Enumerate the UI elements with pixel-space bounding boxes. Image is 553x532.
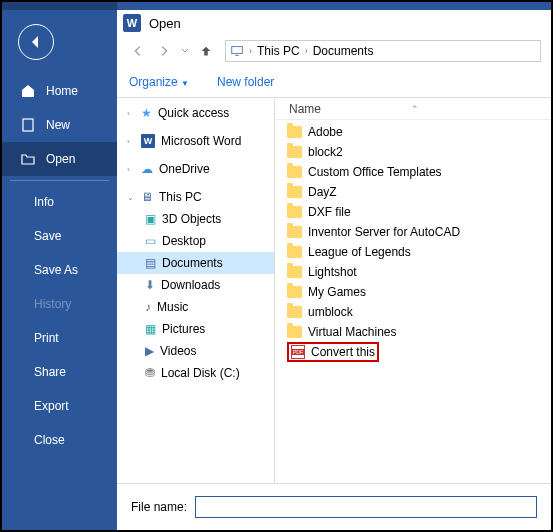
home-icon: [20, 83, 36, 99]
list-item[interactable]: Virtual Machines: [275, 322, 551, 342]
objects-icon: ▣: [145, 212, 156, 226]
folder-icon: [287, 266, 302, 278]
dialog-title: Open: [149, 16, 181, 31]
nav-forward-button[interactable]: [153, 40, 175, 62]
cloud-icon: ☁: [141, 162, 153, 176]
documents-icon: ▤: [145, 256, 156, 270]
folder-icon: [287, 306, 302, 318]
svg-rect-0: [23, 119, 33, 131]
open-folder-icon: [20, 151, 36, 167]
folder-icon: [287, 326, 302, 338]
arrow-left-icon: [131, 44, 145, 58]
organize-menu[interactable]: Organize ▼: [129, 75, 189, 89]
navigation-tree: ›★Quick access ›WMicrosoft Word ›☁OneDri…: [117, 98, 275, 483]
nav-export[interactable]: Export: [2, 389, 117, 423]
filename-label: File name:: [131, 500, 187, 514]
tree-ms-word[interactable]: ›WMicrosoft Word: [117, 130, 274, 152]
list-item[interactable]: DayZ: [275, 182, 551, 202]
breadcrumb-this-pc[interactable]: This PC: [257, 44, 300, 58]
tree-onedrive[interactable]: ›☁OneDrive: [117, 158, 274, 180]
arrow-up-icon: [199, 44, 213, 58]
list-item[interactable]: DXF file: [275, 202, 551, 222]
open-dialog: W Open › This PC › Documents Organize ▼ …: [117, 10, 551, 530]
nav-open[interactable]: Open: [2, 142, 117, 176]
music-icon: ♪: [145, 300, 151, 314]
word-backstage-sidebar: Home New Open Info Save Save As History …: [2, 10, 117, 532]
sort-indicator-icon: ⌃: [411, 104, 419, 114]
tree-quick-access[interactable]: ›★Quick access: [117, 102, 274, 124]
tree-pictures[interactable]: ▦Pictures: [117, 318, 274, 340]
tree-local-disk[interactable]: ⛃Local Disk (C:): [117, 362, 274, 384]
list-item[interactable]: umblock: [275, 302, 551, 322]
desktop-icon: ▭: [145, 234, 156, 248]
list-item[interactable]: Lightshot: [275, 262, 551, 282]
nav-new-label: New: [46, 118, 70, 132]
folder-icon: [287, 166, 302, 178]
folder-icon: [287, 206, 302, 218]
column-name[interactable]: Name: [289, 102, 321, 116]
tree-downloads[interactable]: ⬇Downloads: [117, 274, 274, 296]
nav-new[interactable]: New: [2, 108, 117, 142]
folder-icon: [287, 146, 302, 158]
nav-close[interactable]: Close: [2, 423, 117, 457]
column-header-row: Name ⌃: [275, 98, 551, 120]
videos-icon: ▶: [145, 344, 154, 358]
nav-up-button[interactable]: [195, 40, 217, 62]
list-item[interactable]: My Games: [275, 282, 551, 302]
new-folder-button[interactable]: New folder: [217, 75, 274, 89]
nav-save[interactable]: Save: [2, 219, 117, 253]
pc-icon: 🖥: [141, 190, 153, 204]
downloads-icon: ⬇: [145, 278, 155, 292]
list-item[interactable]: block2: [275, 142, 551, 162]
breadcrumb-documents[interactable]: Documents: [313, 44, 374, 58]
folder-icon: [287, 186, 302, 198]
filename-input[interactable]: [195, 496, 537, 518]
list-item[interactable]: Custom Office Templates: [275, 162, 551, 182]
tree-documents[interactable]: ▤Documents: [117, 252, 274, 274]
nav-open-label: Open: [46, 152, 75, 166]
nav-back-button[interactable]: [127, 40, 149, 62]
tree-3d-objects[interactable]: ▣3D Objects: [117, 208, 274, 230]
nav-share[interactable]: Share: [2, 355, 117, 389]
pictures-icon: ▦: [145, 322, 156, 336]
tree-music[interactable]: ♪Music: [117, 296, 274, 318]
list-item[interactable]: League of Legends: [275, 242, 551, 262]
address-bar[interactable]: › This PC › Documents: [225, 40, 541, 62]
disk-icon: ⛃: [145, 366, 155, 380]
nav-home[interactable]: Home: [2, 74, 117, 108]
pc-icon: [230, 44, 244, 58]
arrow-left-icon: [28, 34, 44, 50]
nav-history: History: [2, 287, 117, 321]
folder-icon: [287, 286, 302, 298]
word-app-icon: W: [123, 14, 141, 32]
word-icon: W: [141, 134, 155, 148]
chevron-right-icon: ›: [302, 46, 311, 56]
nav-print[interactable]: Print: [2, 321, 117, 355]
nav-save-as[interactable]: Save As: [2, 253, 117, 287]
list-item[interactable]: Inventor Server for AutoCAD: [275, 222, 551, 242]
folder-icon: [287, 226, 302, 238]
folder-icon: [287, 126, 302, 138]
highlight-annotation: Convert this: [287, 342, 379, 362]
filename-row: File name:: [117, 484, 551, 530]
nav-info[interactable]: Info: [2, 185, 117, 219]
folder-icon: [287, 246, 302, 258]
nav-home-label: Home: [46, 84, 78, 98]
chevron-down-icon: ▼: [181, 79, 189, 88]
star-icon: ★: [141, 106, 152, 120]
svg-rect-1: [232, 46, 243, 53]
list-item-pdf[interactable]: Convert this: [275, 342, 551, 362]
tree-desktop[interactable]: ▭Desktop: [117, 230, 274, 252]
dialog-title-row: W Open: [117, 10, 551, 36]
tree-this-pc[interactable]: ⌄🖥This PC: [117, 186, 274, 208]
list-item[interactable]: Adobe: [275, 122, 551, 142]
pdf-icon: [291, 345, 305, 359]
back-button[interactable]: [18, 24, 54, 60]
nav-dropdown[interactable]: [179, 40, 191, 62]
tree-videos[interactable]: ▶Videos: [117, 340, 274, 362]
file-list: Name ⌃ Adobe block2 Custom Office Templa…: [275, 98, 551, 483]
nav-toolbar: › This PC › Documents: [117, 36, 551, 66]
new-doc-icon: [20, 117, 36, 133]
chevron-down-icon: [181, 47, 189, 55]
arrow-right-icon: [157, 44, 171, 58]
